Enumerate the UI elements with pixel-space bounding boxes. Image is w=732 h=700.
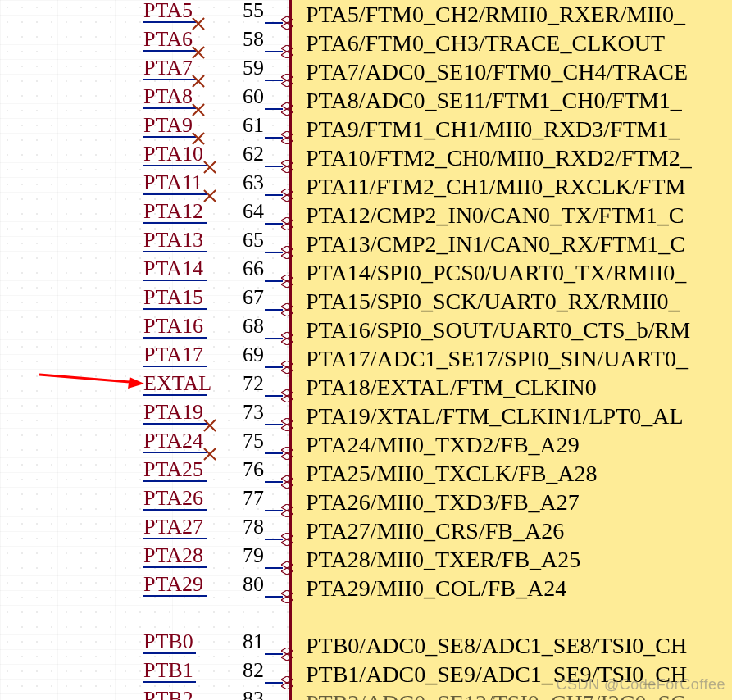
- pin-row[interactable]: PTA1973: [143, 398, 291, 426]
- pin-row[interactable]: PTA2475: [143, 426, 291, 455]
- pin-row[interactable]: PTA1769: [143, 340, 291, 369]
- net-wire[interactable]: [143, 366, 207, 367]
- pin-row[interactable]: PTA1365: [143, 225, 291, 254]
- pin-stub: [265, 682, 283, 684]
- net-label[interactable]: PTA17: [143, 340, 203, 369]
- net-wire[interactable]: [143, 480, 207, 482]
- pin-row[interactable]: PTA2677: [143, 484, 291, 512]
- svg-marker-16: [281, 246, 293, 252]
- pin-row[interactable]: PTB081: [143, 627, 291, 656]
- net-wire[interactable]: [143, 107, 196, 109]
- net-wire[interactable]: [143, 79, 196, 80]
- pin-row[interactable]: EXTAL72: [143, 369, 291, 398]
- pin-function-text: PTA11/FTM2_CH1/MII0_RXCLK/FTM: [306, 172, 732, 201]
- pin-function-text: PTA24/MII0_TXD2/FB_A29: [306, 430, 732, 459]
- net-label[interactable]: PTB0: [143, 627, 193, 656]
- pin-row[interactable]: PTA1163: [143, 168, 291, 197]
- net-label[interactable]: PTA8: [143, 82, 193, 111]
- pin-row[interactable]: PTA1062: [143, 139, 291, 168]
- pin-number: 73: [243, 398, 264, 426]
- pin-row[interactable]: PTA658: [143, 25, 291, 53]
- net-label[interactable]: PTA9: [143, 111, 193, 139]
- net-wire[interactable]: [143, 566, 207, 568]
- svg-marker-28: [281, 418, 293, 425]
- svg-marker-42: [281, 648, 293, 654]
- net-wire[interactable]: [143, 509, 207, 511]
- net-wire[interactable]: [143, 21, 196, 23]
- pin-row[interactable]: PTA2576: [143, 455, 291, 484]
- net-wire[interactable]: [143, 681, 196, 683]
- net-label[interactable]: PTB1: [143, 656, 193, 684]
- pin-function-text: PTA12/CMP2_IN0/CAN0_TX/FTM1_C: [306, 201, 732, 230]
- pin-row[interactable]: PTA1264: [143, 197, 291, 225]
- pin-row[interactable]: PTA961: [143, 111, 291, 139]
- svg-marker-22: [281, 332, 293, 339]
- pin-row[interactable]: PTA2879: [143, 541, 291, 570]
- net-label[interactable]: PTA14: [143, 254, 203, 283]
- pin-row[interactable]: PTA2980: [143, 570, 291, 598]
- net-wire[interactable]: [143, 452, 207, 453]
- net-wire[interactable]: [143, 337, 207, 339]
- net-label[interactable]: PTA27: [143, 512, 203, 541]
- net-label[interactable]: PTA6: [143, 25, 193, 53]
- net-wire[interactable]: [143, 50, 196, 52]
- net-wire[interactable]: [143, 652, 196, 654]
- pin-function-text: PTA10/FTM2_CH0/MII0_RXD2/FTM2_: [306, 143, 732, 172]
- pin-stub: [265, 280, 283, 282]
- svg-marker-0: [281, 16, 293, 23]
- net-label[interactable]: PTA10: [143, 139, 203, 168]
- pin-number: 72: [243, 369, 264, 398]
- pin-row[interactable]: PTA555: [143, 0, 291, 25]
- net-label[interactable]: PTA29: [143, 570, 203, 598]
- net-label[interactable]: PTA11: [143, 168, 202, 197]
- net-wire[interactable]: [143, 193, 207, 195]
- net-label[interactable]: PTA25: [143, 455, 203, 484]
- net-wire[interactable]: [143, 394, 207, 396]
- pin-function-text: PTA17/ADC1_SE17/SPI0_SIN/UART0_: [306, 344, 732, 373]
- pin-row[interactable]: PTB182: [143, 656, 291, 684]
- net-label[interactable]: PTA24: [143, 426, 203, 455]
- net-label[interactable]: PTA26: [143, 484, 203, 512]
- pin-function-text: PTA28/MII0_TXER/FB_A25: [306, 545, 732, 574]
- net-label[interactable]: PTA13: [143, 225, 203, 254]
- net-wire[interactable]: [143, 595, 207, 597]
- pin-function-text: PTA13/CMP2_IN1/CAN0_RX/FTM1_C: [306, 230, 732, 258]
- net-label[interactable]: PTA15: [143, 283, 203, 311]
- net-label[interactable]: PTA16: [143, 311, 203, 340]
- pin-stub: [265, 80, 283, 81]
- svg-marker-6: [281, 102, 293, 109]
- net-label[interactable]: PTA28: [143, 541, 203, 570]
- net-label[interactable]: EXTAL: [143, 369, 211, 398]
- pin-row[interactable]: PTA1668: [143, 311, 291, 340]
- pin-row[interactable]: PTA1567: [143, 283, 291, 311]
- pin-function-text: PTA19/XTAL/FTM_CLKIN1/LPT0_AL: [306, 402, 732, 430]
- svg-marker-20: [281, 303, 293, 310]
- net-label[interactable]: PTA12: [143, 197, 203, 225]
- pin-stub: [265, 366, 283, 368]
- net-label[interactable]: PTA7: [143, 53, 193, 82]
- pin-number: 58: [243, 25, 264, 53]
- pin-number: 76: [243, 455, 264, 484]
- net-label[interactable]: PTA19: [143, 398, 203, 426]
- pin-number: 83: [243, 684, 264, 700]
- net-wire[interactable]: [143, 165, 207, 166]
- svg-marker-44: [281, 676, 293, 683]
- net-wire[interactable]: [143, 280, 207, 281]
- pin-row[interactable]: PTA860: [143, 82, 291, 111]
- net-wire[interactable]: [143, 308, 207, 310]
- pin-stub: [265, 452, 283, 454]
- pin-number: 64: [243, 197, 264, 225]
- net-wire[interactable]: [143, 136, 196, 138]
- pin-row[interactable]: PTA2778: [143, 512, 291, 541]
- net-wire[interactable]: [143, 251, 207, 252]
- net-wire[interactable]: [143, 222, 207, 224]
- net-wire[interactable]: [143, 538, 207, 539]
- pin-row[interactable]: PTB283: [143, 684, 291, 700]
- pin-row[interactable]: PTA759: [143, 53, 291, 82]
- pin-row[interactable]: PTA1466: [143, 254, 291, 283]
- pin-function-text: PTA8/ADC0_SE11/FTM1_CH0/FTM1_: [306, 86, 732, 115]
- net-wire[interactable]: [143, 423, 207, 425]
- pin-function-text: PTA26/MII0_TXD3/FB_A27: [306, 488, 732, 516]
- svg-marker-36: [281, 533, 293, 539]
- net-label[interactable]: PTB2: [143, 684, 193, 700]
